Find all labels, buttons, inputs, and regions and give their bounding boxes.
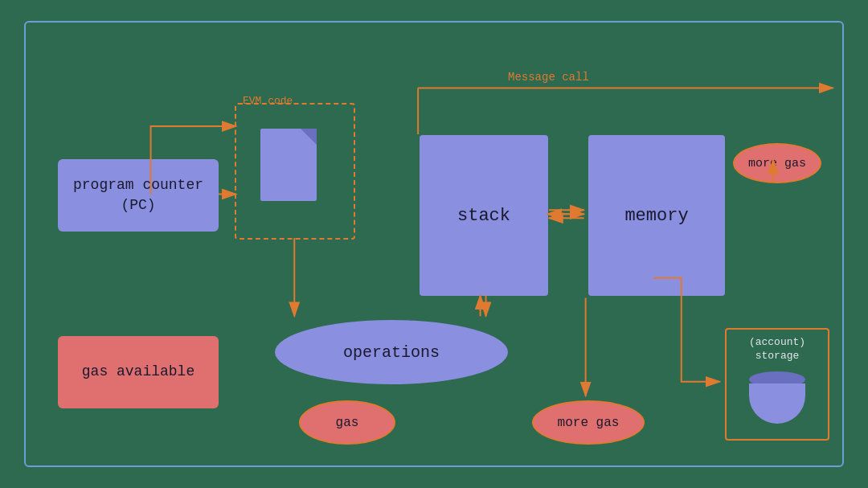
more-gas-bottom-label: more gas <box>558 416 620 430</box>
evm-code-label: EVM code <box>243 95 293 107</box>
cylinder-icon <box>749 371 805 424</box>
stack-label: stack <box>457 206 510 226</box>
memory-label: memory <box>624 206 688 226</box>
cylinder-body <box>749 383 805 424</box>
message-call-label: Message call <box>508 71 589 84</box>
more-gas-top-label: more gas <box>748 157 806 170</box>
gas-available-box: gas available <box>58 336 219 408</box>
main-diagram: program counter (PC) gas available EVM c… <box>24 21 844 467</box>
account-storage-label: (account) storage <box>727 336 828 363</box>
program-counter-box: program counter (PC) <box>58 159 219 232</box>
account-storage-box: (account) storage <box>725 328 829 441</box>
stack-box: stack <box>420 135 548 296</box>
evm-code-box: EVM code <box>235 103 355 240</box>
gas-available-label: gas available <box>82 362 194 382</box>
more-gas-bottom-ellipse: more gas <box>532 400 645 445</box>
gas-label: gas <box>336 416 359 430</box>
operations-ellipse: operations <box>275 320 508 384</box>
document-icon <box>260 129 317 201</box>
operations-label: operations <box>343 343 440 362</box>
program-counter-label: program counter (PC) <box>58 175 219 215</box>
gas-ellipse: gas <box>299 400 395 445</box>
memory-box: memory <box>588 135 725 296</box>
more-gas-top-ellipse: more gas <box>733 143 821 183</box>
